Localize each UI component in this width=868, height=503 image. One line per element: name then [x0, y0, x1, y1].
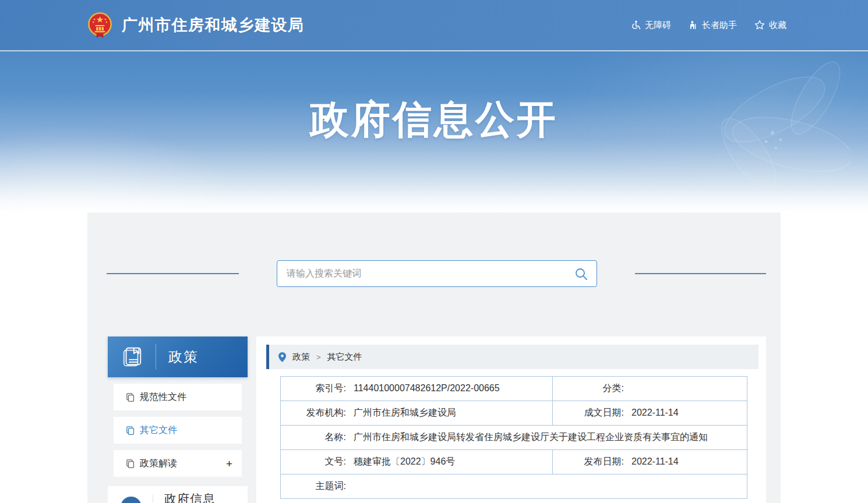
top-header-bar: 广州市住房和城乡建设局 无障碍 长者助手 — [0, 0, 868, 51]
search-box — [277, 260, 597, 287]
gov-info-icon — [121, 497, 142, 503]
breadcrumb: 政策 > 其它文件 — [266, 345, 758, 369]
search-button[interactable] — [574, 267, 590, 282]
cell-written-date: 成文日期:2022-11-14 — [553, 401, 747, 426]
document-icon — [126, 393, 135, 402]
sidebar-section-policy-title: 政策 — [168, 348, 199, 366]
table-row: 名称:广州市住房和城乡建设局转发省住房城乡建设厅关于建设工程企业资质有关事宜的通… — [281, 426, 747, 450]
sidebar-section-gov-info-header[interactable]: 政府信息公开 — [108, 486, 248, 503]
site-title: 广州市住房和城乡建设局 — [122, 15, 305, 36]
sidebar-item-label: 规范性文件 — [140, 391, 186, 403]
sidebar-header-divider — [156, 344, 156, 370]
book-icon — [121, 346, 143, 368]
field-label: 发布机构: — [281, 407, 346, 419]
field-value: 广州市住房和城乡建设局转发省住房城乡建设厅关于建设工程企业资质有关事宜的通知 — [354, 432, 708, 442]
sidebar-item-other-documents[interactable]: 其它文件 — [114, 417, 242, 444]
search-input[interactable] — [277, 261, 597, 286]
table-row: 主题词: — [281, 474, 747, 499]
cell-document-name: 名称:广州市住房和城乡建设局转发省住房城乡建设厅关于建设工程企业资质有关事宜的通… — [281, 426, 747, 450]
breadcrumb-link-policy[interactable]: 政策 — [292, 352, 310, 363]
decorative-line-left — [107, 273, 239, 274]
cell-publish-date: 发布日期:2022-11-14 — [553, 450, 747, 474]
favorite-link[interactable]: 收藏 — [754, 20, 786, 31]
field-value: 穗建审批〔2022〕946号 — [354, 456, 455, 466]
document-icon — [126, 459, 135, 468]
sidebar-item-label: 政策解读 — [140, 458, 177, 470]
accessibility-label: 无障碍 — [645, 20, 671, 31]
cell-category: 分类: — [553, 377, 747, 401]
breadcrumb-separator: > — [316, 353, 321, 362]
field-label: 发布日期: — [553, 456, 624, 468]
accessibility-icon — [631, 20, 641, 30]
field-value: 2022-11-14 — [631, 456, 679, 466]
field-label: 索引号: — [281, 382, 346, 395]
cell-subject-words: 主题词: — [281, 474, 747, 499]
sidebar-item-policy-interpretation[interactable]: 政策解读 + — [114, 450, 242, 477]
field-label: 主题词: — [281, 480, 346, 493]
field-label: 成文日期: — [553, 407, 624, 419]
elderly-helper-link[interactable]: 长者助手 — [689, 20, 737, 31]
accessibility-link[interactable]: 无障碍 — [631, 20, 671, 31]
document-meta-table: 索引号:11440100007482612P/2022-00665 分类: 发布… — [280, 376, 747, 499]
field-value: 2022-11-14 — [631, 408, 679, 417]
national-emblem-logo — [86, 12, 114, 39]
cell-index-number: 索引号:11440100007482612P/2022-00665 — [281, 377, 553, 401]
sidebar: 政策 规范性文件 其它文件 — [108, 336, 248, 503]
page: 广州市住房和城乡建设局 无障碍 长者助手 — [0, 0, 868, 503]
top-header-inner: 广州市住房和城乡建设局 无障碍 长者助手 — [0, 12, 868, 39]
location-pin-icon — [278, 352, 286, 362]
field-label: 名称: — [281, 431, 346, 444]
elderly-helper-icon — [689, 20, 698, 30]
cell-document-number: 文号:穗建审批〔2022〕946号 — [281, 450, 553, 474]
breadcrumb-link-other-documents[interactable]: 其它文件 — [327, 352, 362, 363]
table-row: 索引号:11440100007482612P/2022-00665 分类: — [281, 377, 747, 401]
top-links: 无障碍 长者助手 收藏 — [613, 20, 786, 31]
sidebar-item-label: 其它文件 — [140, 424, 177, 437]
page-title: 政府信息公开 — [0, 93, 868, 146]
star-icon — [754, 20, 765, 30]
search-icon — [574, 267, 588, 281]
table-row: 文号:穗建审批〔2022〕946号 发布日期:2022-11-14 — [281, 450, 747, 474]
sidebar-section-gov-info-title: 政府信息公开 — [164, 491, 219, 503]
decorative-line-right — [635, 273, 766, 274]
expand-plus-icon[interactable]: + — [226, 458, 232, 469]
hero-banner: 政府信息公开 — [0, 51, 868, 212]
sidebar-item-normative-documents[interactable]: 规范性文件 — [114, 384, 242, 410]
field-value: 广州市住房和城乡建设局 — [354, 408, 456, 417]
field-value: 11440100007482612P/2022-00665 — [354, 383, 500, 393]
favorite-label: 收藏 — [769, 20, 786, 31]
sidebar-section2-divider — [153, 494, 153, 503]
sidebar-section-policy-header: 政策 — [108, 336, 248, 377]
field-label: 文号: — [281, 456, 346, 468]
field-label: 分类: — [553, 382, 624, 395]
document-icon — [126, 426, 135, 435]
content-panel: 政策 规范性文件 其它文件 — [87, 212, 781, 503]
cell-publishing-agency: 发布机构:广州市住房和城乡建设局 — [281, 401, 553, 426]
document-detail-card: 政策 > 其它文件 索引号:11440100007482612P/2022-00… — [256, 336, 766, 503]
table-row: 发布机构:广州市住房和城乡建设局 成文日期:2022-11-14 — [281, 401, 747, 426]
elderly-helper-label: 长者助手 — [702, 20, 737, 31]
